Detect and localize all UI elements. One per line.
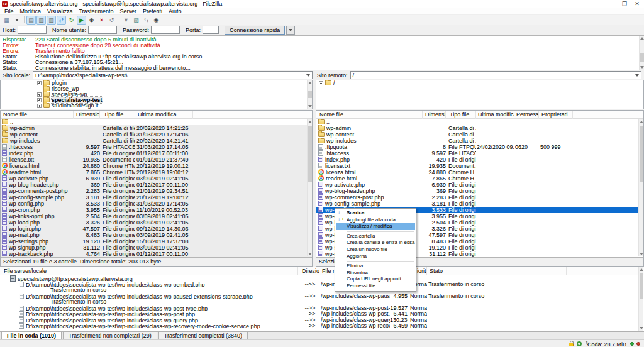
file-row-wp-config-php[interactable]: wp-config.php3.533File di origine ...31/…: [1, 201, 312, 207]
file-row--ftpquota[interactable]: .ftpquota8File FTPQU...24/02/2020 09:26:…: [316, 144, 643, 150]
column-header-3[interactable]: Ultima modifica: [136, 111, 193, 119]
column-header-2[interactable]: Tipo file: [103, 111, 135, 119]
site-manager-dropdown[interactable]: [12, 16, 21, 25]
gear-icon[interactable]: [577, 341, 582, 347]
scroll-up-icon[interactable]: [640, 36, 644, 40]
chevron-down-icon[interactable]: [633, 72, 640, 78]
remote-tree-toggle-icon[interactable]: ▥: [47, 16, 56, 25]
menu-item-visualizza[interactable]: Visualizza: [44, 8, 75, 14]
context-menu-item-elimina[interactable]: Elimina: [336, 263, 415, 270]
file-row-wp-content[interactable]: wp-contentCartella di ...: [316, 131, 643, 138]
file-row-wp-config-sample-php[interactable]: wp-config-sample.php3.181File di origi..…: [316, 201, 643, 207]
column-header-4[interactable]: Permessi: [515, 111, 539, 119]
scroll-up-icon[interactable]: [640, 120, 643, 124]
column-header-0[interactable]: Nome file: [2, 111, 74, 119]
context-menu-item-crea-un-nuovo-file[interactable]: Crea un nuovo file: [336, 246, 415, 253]
file-row-wp-config-sample-php[interactable]: wp-config-sample.php3.181File di origine…: [1, 194, 312, 201]
remote-path-combobox[interactable]: /: [350, 71, 641, 79]
file-row-readme-html[interactable]: readme.html7.865Chrome HTML...20/12/2019…: [1, 169, 312, 175]
quickconnect-button[interactable]: Connessione rapida: [225, 26, 285, 35]
site-manager-icon[interactable]: ▦: [2, 16, 11, 25]
tree-item--[interactable]: /: [316, 80, 643, 86]
scroll-down-icon[interactable]: [640, 326, 643, 330]
queue-item-row[interactable]: D:\xampp\htdocs\specialista-wp-test\wp-i…: [0, 282, 644, 288]
local-list-scrollbar[interactable]: [307, 119, 312, 256]
username-input[interactable]: [88, 26, 117, 34]
expander-plus-icon[interactable]: [319, 81, 323, 85]
file-row-wp-login-php[interactable]: wp-login.php47.597File di origine ...09/…: [1, 226, 312, 232]
close-button[interactable]: ✕: [631, 0, 643, 8]
file-row--htaccess[interactable]: .htaccess9.597File HTACCESS31/03/2020 17…: [1, 144, 312, 150]
queue-item-row[interactable]: D:\xampp\htdocs\specialista-wp-test\wp-i…: [0, 317, 644, 324]
scroll-up-icon[interactable]: [308, 120, 312, 124]
tree-item-specialista-wp-test[interactable]: specialista-wp-test: [1, 97, 312, 103]
queue-view-toggle-icon[interactable]: ⇄: [57, 16, 66, 25]
cancel-icon[interactable]: ⊗: [87, 16, 96, 25]
tree-item-risorse-wp[interactable]: risorse_wp: [1, 86, 312, 92]
queue-item-row[interactable]: D:\xampp\htdocs\specialista-wp-test\wp-i…: [0, 294, 644, 300]
file-row-wp-content[interactable]: wp-contentCartella di file31/03/2020 17:…: [1, 131, 312, 138]
file-row-wp-activate-php[interactable]: wp-activate.php6.939File di origine ...0…: [1, 175, 312, 182]
synchronized-browsing-icon[interactable]: ⇆: [142, 16, 151, 25]
file-row-licenza-html[interactable]: licenza.html24.880Chrome H...: [316, 169, 643, 175]
column-header-5[interactable]: Proprietari...: [540, 111, 573, 119]
process-queue-toggle-icon[interactable]: ▶: [77, 16, 86, 25]
maximize-button[interactable]: ❐: [619, 0, 630, 8]
column-header-2[interactable]: Tipo file: [448, 111, 476, 119]
scroll-up-icon[interactable]: [640, 268, 643, 272]
find-files-icon[interactable]: ◉: [152, 16, 161, 25]
context-menu-item-visualizza-modifica[interactable]: Visualizza / modifica: [336, 223, 415, 230]
expander-plus-icon[interactable]: [37, 98, 42, 102]
context-menu-item-rinomina[interactable]: Rinomina: [336, 270, 415, 277]
column-header-1[interactable]: Dimension...: [75, 111, 100, 119]
refresh-icon[interactable]: ↻: [67, 16, 76, 25]
file-row-index-php[interactable]: index.php420File di origi...: [316, 157, 643, 163]
file-row-wp-comments-post-php[interactable]: wp-comments-post.php2.283File di origi..…: [316, 194, 643, 201]
file-row-wp-mail-php[interactable]: wp-mail.php8.483File di origine ...03/09…: [1, 232, 312, 238]
column-header-1[interactable]: Dimensio...: [424, 111, 446, 119]
quickconnect-dropdown[interactable]: [286, 26, 295, 35]
file-row-licenza-html[interactable]: licenza.html24.880Chrome HTML...20/12/20…: [1, 163, 312, 169]
file-row-wp-signup-php[interactable]: wp-signup.php31.112File di origine ...03…: [1, 245, 312, 251]
file-row-wp-load-php[interactable]: wp-load.php3.326File di origine ...03/09…: [1, 219, 312, 226]
file-row-wp-blog-header-php[interactable]: wp-blog-header.php369File di origi...: [316, 188, 643, 194]
file-row-wp-comments-post-php[interactable]: wp-comments-post.php2.283File di origine…: [1, 188, 312, 194]
minimize-button[interactable]: –: [605, 0, 616, 8]
file-row-readme-html[interactable]: readme.html7.865Chrome H...: [316, 175, 643, 182]
filter-icon[interactable]: ▼: [121, 16, 131, 25]
menu-item-file[interactable]: File: [1, 8, 17, 14]
column-header-5[interactable]: Stato: [428, 267, 567, 275]
menu-item-trasferimento[interactable]: Trasferimento: [75, 8, 116, 14]
file-row-wp-admin[interactable]: wp-adminCartella di ...: [316, 125, 643, 131]
menu-item-preferiti[interactable]: Preferiti: [140, 8, 165, 14]
chevron-down-icon[interactable]: [304, 72, 311, 78]
scroll-down-icon[interactable]: [640, 65, 644, 69]
queue-server-row[interactable]: specialistawp@ftp.specialistawp.altervis…: [0, 275, 644, 282]
local-tree-scrollbar[interactable]: [307, 80, 312, 109]
file-row-wp-settings-php[interactable]: wp-settings.php19.120File di origine ...…: [1, 238, 312, 245]
file-row---[interactable]: ..: [1, 119, 312, 125]
scroll-thumb[interactable]: [640, 53, 644, 62]
scroll-down-icon[interactable]: [308, 252, 312, 256]
local-path-combobox[interactable]: D:\xampp\htdocs\specialista-wp-test\: [33, 71, 313, 79]
file-row--htaccess[interactable]: .htaccess9.597File HTACC...: [316, 150, 643, 157]
file-row-wp-links-opml-php[interactable]: wp-links-opml.php2.504File di origine ..…: [1, 213, 312, 219]
scroll-thumb[interactable]: [308, 126, 312, 182]
scroll-thumb[interactable]: [640, 126, 643, 182]
log-scrollbar[interactable]: [639, 36, 644, 70]
port-input[interactable]: [203, 26, 219, 34]
file-row-wp-admin[interactable]: wp-adminCartella di file20/02/2020 14:21…: [1, 125, 312, 131]
queue-scrollbar[interactable]: [638, 267, 643, 331]
file-row-wp-includes[interactable]: wp-includesCartella di file20/02/2020 14…: [1, 138, 312, 144]
scroll-down-icon[interactable]: [308, 104, 312, 108]
queue-item-row[interactable]: D:\xampp\htdocs\specialista-wp-test\wp-i…: [0, 311, 644, 317]
expander-plus-icon[interactable]: [37, 104, 42, 108]
directory-comparison-icon[interactable]: ▧: [131, 16, 141, 25]
context-menu-item-permessi-file-[interactable]: Permessi file...: [336, 283, 415, 290]
tree-item-studiomacdesign-it[interactable]: studiomacdesign.it: [1, 103, 312, 109]
expander-plus-icon[interactable]: [37, 92, 42, 97]
context-menu-item-crea-la-cartella-e-entra-in-essa[interactable]: Crea la cartella e entra in essa: [336, 240, 415, 246]
column-header-1[interactable]: Direzio...: [301, 267, 319, 275]
menu-item-modifica[interactable]: Modifica: [17, 8, 45, 14]
remote-list-scrollbar[interactable]: [638, 119, 643, 256]
